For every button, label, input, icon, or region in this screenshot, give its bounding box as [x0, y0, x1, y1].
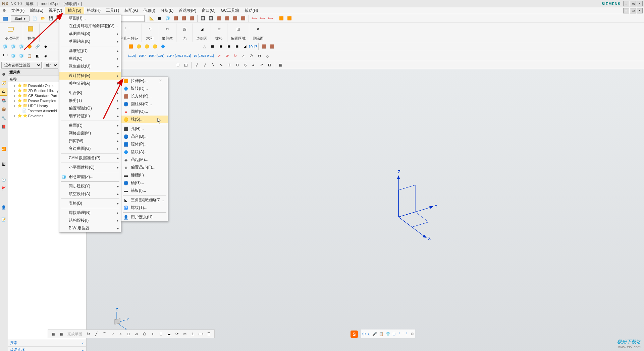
- t3-12[interactable]: △: [201, 43, 208, 50]
- tol-5[interactable]: 10 [0.015 0.01]: [192, 53, 215, 59]
- menu-item[interactable]: 曲面(R)▸: [59, 122, 121, 129]
- menu-item[interactable]: 关联复制(A)▸: [59, 80, 121, 87]
- t3-4[interactable]: 🟠: [26, 43, 33, 50]
- menu-item[interactable]: BIW 定位器▸: [59, 224, 121, 232]
- menu-item[interactable]: 基准/点(D)▸: [59, 47, 121, 55]
- view7-icon[interactable]: 🟧: [278, 15, 285, 22]
- t3-7[interactable]: 🟧: [127, 43, 135, 50]
- bt-2[interactable]: ╱: [93, 330, 100, 338]
- ribbon-offset[interactable]: ◫ 偏置区域: [227, 24, 249, 42]
- bt-3[interactable]: ⌒: [101, 330, 108, 338]
- sogou-ime-icon[interactable]: S: [350, 330, 358, 338]
- bt-sketch-icon[interactable]: ▦: [50, 330, 57, 338]
- doc-minimize[interactable]: –: [623, 8, 629, 13]
- snap-7[interactable]: ◇: [241, 61, 249, 69]
- t3-1[interactable]: 🧊: [2, 43, 9, 50]
- lb-book-icon[interactable]: 📕: [0, 123, 7, 131]
- t4-10[interactable]: ○: [239, 52, 247, 60]
- ime-1[interactable]: 中: [362, 332, 366, 337]
- menu-help[interactable]: 帮助(H): [242, 7, 261, 14]
- t4-5[interactable]: ◧: [34, 52, 41, 60]
- bt-16[interactable]: ☰: [205, 330, 213, 338]
- ime-4[interactable]: 📋: [379, 332, 384, 336]
- menu-item[interactable]: 偏置/缩放(O)▸: [59, 104, 121, 112]
- menu-item[interactable]: 草图(H)...: [59, 14, 121, 22]
- submenu-item[interactable]: ◈凸起(M)...: [121, 156, 168, 164]
- submenu-item[interactable]: ◣三角形加强筋(D)...: [121, 196, 168, 204]
- menu-item[interactable]: 在任务环境中绘制草图(V)...: [59, 22, 121, 30]
- t3-10[interactable]: 🟡: [151, 43, 159, 50]
- submenu-item[interactable]: 🔵槽(G)...: [121, 179, 168, 187]
- t4-1[interactable]: ⋮⋮: [2, 52, 9, 60]
- new-icon[interactable]: 📄: [31, 15, 39, 22]
- submenu-item[interactable]: 🔷垫块(A)...: [121, 148, 168, 156]
- t3-6[interactable]: ◆: [42, 43, 49, 50]
- doc-close[interactable]: ×: [637, 8, 643, 13]
- menu-item[interactable]: 曲线(C)▸: [59, 55, 121, 62]
- view1-icon[interactable]: 🔲: [199, 15, 207, 22]
- snap-4[interactable]: ∿: [217, 61, 225, 69]
- bt-5[interactable]: ○: [117, 330, 124, 338]
- t3-16[interactable]: ⊞: [233, 43, 240, 50]
- bt-8[interactable]: ⬠: [141, 330, 148, 338]
- menu-file[interactable]: 文件(F): [9, 7, 27, 14]
- t4-2[interactable]: 🧊: [10, 52, 17, 60]
- submenu-item[interactable]: 🔺圆锥(O)...: [121, 108, 168, 116]
- snap-9[interactable]: ↗: [258, 61, 265, 69]
- lb-tool-icon[interactable]: 🔧: [0, 114, 7, 122]
- submenu-item[interactable]: 🔵凸台(B)...: [121, 133, 168, 140]
- sel-mode-1[interactable]: ⊞: [174, 61, 181, 69]
- t3-20[interactable]: 🟫: [268, 43, 276, 50]
- t3-14[interactable]: ⊞: [217, 43, 224, 50]
- menu-item[interactable]: 🧊创意塑型(Z)...: [59, 173, 121, 181]
- assy1-icon[interactable]: 🟫: [172, 15, 179, 22]
- lb-img-icon[interactable]: 🖼: [0, 160, 7, 168]
- t3-2[interactable]: 🧊: [10, 43, 17, 50]
- lb-flag-icon[interactable]: 🚩: [0, 184, 7, 192]
- ribbon-trim[interactable]: ✂ 修剪体: [158, 24, 176, 42]
- bt-10[interactable]: ⊡: [157, 330, 164, 338]
- snap-2[interactable]: ╱: [201, 61, 209, 69]
- menu-format[interactable]: 格式(R): [84, 7, 103, 14]
- t4-7[interactable]: ↗: [215, 52, 223, 60]
- gear-icon[interactable]: ⚙: [2, 8, 7, 13]
- t3-9[interactable]: 🟡: [143, 43, 151, 50]
- scope-select[interactable]: 整个: [43, 62, 58, 69]
- t4-9[interactable]: ↻: [231, 52, 239, 60]
- view5-icon[interactable]: 🟫: [231, 15, 239, 22]
- submenu-item[interactable]: 👤用户定义(U)...: [121, 213, 168, 221]
- bt-7[interactable]: ▱: [133, 330, 140, 338]
- tol-1[interactable]: (1.00): [127, 53, 138, 59]
- ribbon-delete[interactable]: ✕ 删除面: [249, 24, 267, 42]
- start-button[interactable]: Start ▼: [11, 15, 30, 21]
- menu-item[interactable]: 结构焊接(I)▸: [59, 217, 121, 224]
- t3-15[interactable]: ⊞: [225, 43, 232, 50]
- assy3-icon[interactable]: 🟫: [188, 15, 196, 22]
- dim2-icon[interactable]: ⟷: [259, 15, 266, 22]
- bt-13[interactable]: ✂: [181, 330, 189, 338]
- menu-item[interactable]: 航空设计(A)▸: [59, 190, 121, 198]
- menu-tools[interactable]: 工具(T): [103, 7, 122, 14]
- tree-footer-member[interactable]: 成员选择⌄: [8, 347, 86, 351]
- view8-icon[interactable]: 🟧: [286, 15, 293, 22]
- submenu-item[interactable]: ⬛孔(H)...: [121, 125, 168, 133]
- bt-12[interactable]: ⟳: [173, 330, 180, 338]
- lb-signal-icon[interactable]: 📶: [0, 145, 7, 153]
- view2-icon[interactable]: 🔲: [207, 15, 215, 22]
- menu-window[interactable]: 窗口(O): [199, 7, 218, 14]
- tree-footer-search[interactable]: 搜索⌄: [8, 339, 86, 347]
- submenu-item[interactable]: ▬筋板(I)...: [121, 187, 168, 194]
- ime-5[interactable]: 👕: [386, 332, 390, 336]
- menu-view[interactable]: 视图(V): [46, 7, 65, 14]
- snap-3[interactable]: ╲: [209, 61, 217, 69]
- minimize-button[interactable]: –: [623, 1, 629, 6]
- tol-4[interactable]: 10H7 [0.015 0.01]: [166, 53, 193, 59]
- menu-item[interactable]: CAM 数据准备(P)▸: [59, 154, 121, 162]
- bt-6[interactable]: □: [125, 330, 132, 338]
- lb-note-icon[interactable]: 📝: [0, 215, 7, 223]
- t3-5[interactable]: 🔗: [34, 43, 41, 50]
- bt-14[interactable]: ⊥: [189, 330, 197, 338]
- ribbon-sum[interactable]: ⊕ 求和: [142, 24, 158, 42]
- menu-item[interactable]: 扫掠(W)▸: [59, 137, 121, 145]
- save-icon[interactable]: 💾: [47, 15, 55, 22]
